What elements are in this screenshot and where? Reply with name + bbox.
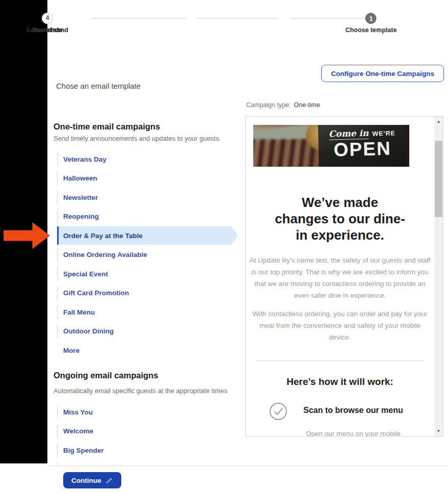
stepper-step-4[interactable]: 4Edit and send: [27, 13, 68, 34]
email-campaign-template-page: 1Choose template2Audience3Basic Info4Edi…: [0, 0, 448, 493]
step-number: 1: [365, 13, 377, 24]
email-paragraph: With contactless ordering, you can order…: [249, 308, 431, 343]
stepper-connector: [197, 18, 278, 19]
stepper-connector: [91, 18, 186, 19]
email-preview-panel: Come in WE'RE OPEN We’ve made changes to…: [245, 116, 443, 437]
how-it-works-heading: Here’s how it will work:: [246, 376, 434, 387]
continue-button-label: Continue: [71, 477, 101, 484]
how-step-title: Scan to browse our menu: [300, 406, 407, 415]
how-step-subtitle: Open our menu on your mobile: [289, 430, 417, 437]
one-time-template-item[interactable]: Fall Menu: [57, 305, 241, 319]
scroll-down-icon[interactable]: ▼: [434, 427, 443, 435]
open-sign: Come in WE'RE OPEN: [318, 125, 407, 167]
one-time-template-item[interactable]: Reopening: [57, 210, 241, 224]
email-divider: [256, 360, 424, 361]
footer-divider: [47, 465, 448, 466]
step-number: 4: [42, 13, 53, 24]
one-time-template-item[interactable]: Gift Card Promotion: [57, 286, 241, 300]
ongoing-campaigns-subtitle: Automatically email specific guests at t…: [54, 387, 227, 395]
preview-scrollbar[interactable]: ▲ ▼: [434, 117, 443, 436]
step-label: Edit and send: [27, 27, 68, 34]
campaign-type-value: One-time: [294, 101, 320, 109]
scrollbar-thumb[interactable]: [435, 141, 442, 217]
one-time-template-item[interactable]: More: [57, 343, 241, 357]
hero-image: Come in WE'RE OPEN: [253, 125, 409, 167]
ongoing-template-list: Miss YouWelcomeBig Spender: [57, 405, 241, 462]
one-time-template-item[interactable]: Online Ordering Available: [57, 248, 241, 262]
clipped-list-item-border: [57, 462, 58, 465]
one-time-template-list: Veterans DayHalloweenNewsletterReopening…: [57, 152, 241, 362]
ongoing-campaigns-heading: Ongoing email campaigns: [54, 371, 158, 380]
configure-one-time-campaigns-button[interactable]: Configure One-time Campaigns: [321, 65, 444, 82]
pencil-icon: [106, 477, 113, 484]
one-time-template-item[interactable]: Veterans Day: [57, 152, 241, 166]
check-circle-icon: [269, 402, 287, 423]
one-time-campaigns-subtitle: Send timely announcements and updates to…: [54, 135, 221, 142]
wizard-stepper: 1Choose template2Audience3Basic Info4Edi…: [47, 0, 448, 41]
campaign-type-row: Campaign type:One-time: [246, 101, 320, 109]
ongoing-template-item[interactable]: Welcome: [57, 424, 241, 438]
one-time-template-item[interactable]: Special Event: [57, 267, 241, 281]
ongoing-template-item[interactable]: Miss You: [57, 405, 241, 419]
one-time-template-item[interactable]: Newsletter: [57, 190, 241, 204]
open-sign-caps-text: WE'RE: [372, 129, 396, 137]
email-paragraph: At Update lily’s name test, the safety o…: [249, 254, 431, 301]
page-title: Chose an email template: [56, 82, 141, 90]
open-sign-big-text: OPEN: [319, 139, 407, 160]
scroll-up-icon[interactable]: ▲: [434, 118, 443, 126]
email-preview-content: Come in WE'RE OPEN We’ve made changes to…: [246, 117, 434, 436]
email-heading: We’ve made changes to our dine-in experi…: [275, 194, 405, 243]
one-time-template-item[interactable]: Halloween: [57, 171, 241, 186]
step-label: Choose template: [346, 27, 397, 34]
campaign-type-label: Campaign type:: [246, 101, 291, 109]
ongoing-template-item[interactable]: Big Spender: [57, 443, 241, 457]
one-time-template-item[interactable]: Order & Pay at the Table: [57, 226, 238, 245]
one-time-template-item[interactable]: Outdoor Dining: [57, 324, 241, 339]
continue-button[interactable]: Continue: [63, 472, 121, 488]
stepper-step-1[interactable]: 1Choose template: [346, 13, 397, 34]
one-time-campaigns-heading: One-time email campaigns: [54, 122, 160, 132]
